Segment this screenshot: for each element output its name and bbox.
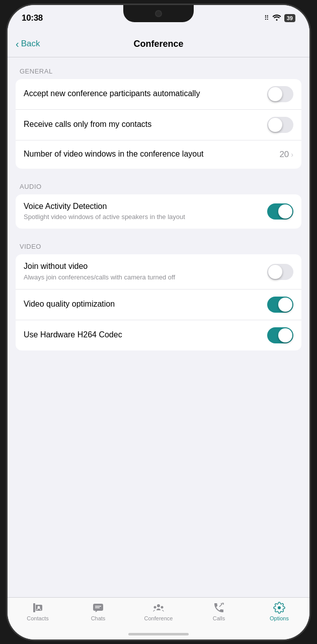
- tab-conference[interactable]: Conference: [128, 602, 189, 621]
- setting-hardware-codec: Use Hardware H264 Codec: [16, 320, 301, 350]
- content-area: GENERAL Accept new conference participan…: [8, 57, 309, 597]
- conference-icon: [152, 602, 165, 614]
- accept-participants-label: Accept new conference participants autom…: [24, 89, 261, 99]
- toggle-knob: [268, 265, 282, 279]
- tab-calls[interactable]: Calls: [189, 602, 249, 621]
- nav-bar: ‹ Back Conference: [8, 31, 309, 57]
- section-body-general: Accept new conference participants autom…: [16, 79, 301, 169]
- phone-frame: 10:38 ⠿ 39 ‹ Back Conference GENERAL: [8, 5, 309, 639]
- svg-point-1: [38, 606, 40, 608]
- back-chevron-icon: ‹: [16, 39, 19, 49]
- setting-receive-calls: Receive calls only from my contacts: [16, 110, 301, 140]
- signal-icon: ⠿: [264, 14, 269, 22]
- receive-calls-label: Receive calls only from my contacts: [24, 119, 261, 130]
- video-quality-label: Video quality optimization: [24, 299, 261, 310]
- back-button[interactable]: ‹ Back: [16, 39, 40, 49]
- voice-activity-sublabel: Spotlight video windows of active speake…: [24, 213, 261, 222]
- voice-activity-label: Voice Activity Detection: [24, 201, 261, 212]
- svg-point-5: [157, 604, 160, 607]
- section-body-audio: Voice Activity Detection Spotlight video…: [16, 194, 301, 229]
- section-audio: AUDIO Voice Activity Detection Spotlight…: [8, 183, 309, 229]
- setting-join-without-video: Join without video Always join conferenc…: [16, 254, 301, 290]
- status-icons: ⠿ 39: [264, 14, 295, 22]
- svg-rect-0: [33, 603, 35, 612]
- join-without-video-label: Join without video: [24, 261, 261, 272]
- home-indicator: [128, 633, 189, 635]
- hardware-codec-label: Use Hardware H264 Codec: [24, 330, 261, 340]
- svg-point-6: [154, 606, 156, 608]
- video-windows-label: Number of video windows in the conferenc…: [24, 149, 273, 160]
- setting-video-quality: Video quality optimization: [16, 290, 301, 320]
- battery-indicator: 39: [284, 14, 295, 22]
- section-general: GENERAL Accept new conference participan…: [8, 67, 309, 169]
- toggle-knob: [278, 204, 292, 219]
- toggle-knob: [268, 87, 282, 101]
- receive-calls-toggle[interactable]: [267, 117, 293, 133]
- video-quality-toggle[interactable]: [267, 297, 293, 313]
- section-header-general: GENERAL: [8, 67, 309, 75]
- setting-accept-participants: Accept new conference participants autom…: [16, 79, 301, 110]
- setting-voice-activity: Voice Activity Detection Spotlight video…: [16, 194, 301, 229]
- tab-contacts[interactable]: Contacts: [8, 602, 68, 621]
- options-icon: [273, 602, 285, 614]
- back-label: Back: [21, 39, 40, 49]
- toggle-knob: [268, 118, 282, 132]
- video-windows-value: 20 ›: [279, 150, 293, 160]
- calls-icon: [213, 602, 225, 614]
- join-without-video-sublabel: Always join conferences/calls with camer…: [24, 273, 261, 282]
- section-video: VIDEO Join without video Always join con…: [8, 243, 309, 350]
- section-header-video: VIDEO: [8, 243, 309, 250]
- tab-chats-label: Chats: [91, 615, 106, 621]
- tab-options-label: Options: [270, 615, 289, 621]
- toggle-knob: [278, 328, 292, 342]
- status-time: 10:38: [22, 13, 43, 23]
- voice-activity-toggle[interactable]: [267, 203, 293, 220]
- accept-participants-toggle[interactable]: [267, 86, 293, 102]
- tab-conference-label: Conference: [144, 615, 173, 621]
- setting-video-windows[interactable]: Number of video windows in the conferenc…: [16, 140, 301, 169]
- hardware-codec-toggle[interactable]: [267, 327, 293, 343]
- section-body-video: Join without video Always join conferenc…: [16, 254, 301, 350]
- svg-rect-2: [93, 604, 103, 611]
- toggle-knob: [278, 298, 292, 312]
- wifi-icon: [272, 14, 281, 22]
- section-header-audio: AUDIO: [8, 183, 309, 190]
- join-without-video-toggle[interactable]: [267, 264, 293, 280]
- tab-options[interactable]: Options: [249, 602, 309, 621]
- tab-contacts-label: Contacts: [27, 615, 48, 621]
- notch: [123, 5, 194, 22]
- svg-point-7: [161, 606, 164, 608]
- tab-calls-label: Calls: [213, 615, 225, 621]
- nav-title: Conference: [133, 39, 183, 49]
- contacts-icon: [32, 602, 44, 614]
- chevron-right-icon: ›: [291, 151, 293, 159]
- tab-chats[interactable]: Chats: [68, 602, 128, 621]
- camera: [155, 10, 162, 17]
- chats-icon: [92, 602, 104, 614]
